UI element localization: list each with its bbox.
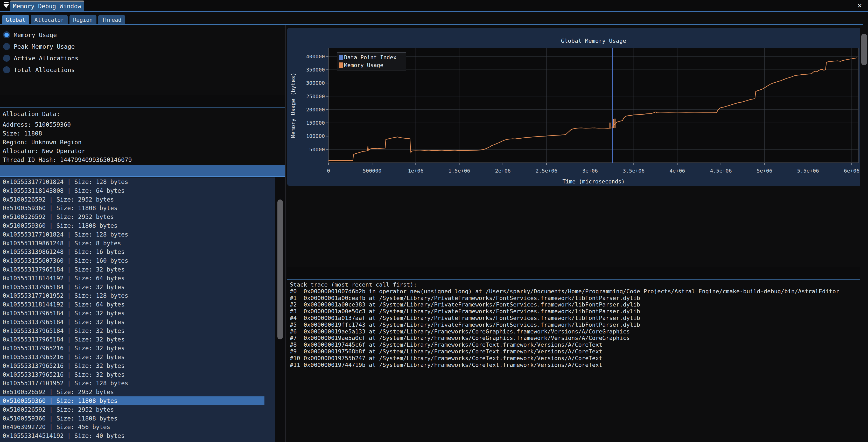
memory-spike bbox=[610, 123, 611, 128]
allocation-row[interactable]: 0x105553118143808 | Size: 64 bytes bbox=[0, 186, 265, 195]
allocation-list: 0x105553177101824 | Size: 128 bytes0x105… bbox=[0, 177, 275, 442]
stack-frame: #6 0x000000019ae5a133 at /System/Library… bbox=[290, 328, 868, 335]
window-title-label: Memory Debug Window bbox=[13, 3, 81, 9]
allocation-row[interactable]: 0x5100526592 | Size: 2952 bytes bbox=[0, 387, 265, 397]
tick-label-y: 300000 bbox=[306, 80, 325, 86]
allocation-list-header[interactable]: Allocation List Panel bbox=[0, 165, 285, 177]
radio-unselected-icon[interactable] bbox=[3, 43, 10, 50]
allocation-row[interactable]: 0x105553137965216 | Size: 32 bytes bbox=[0, 344, 265, 352]
window-titlebar[interactable]: Memory Debug Window ✕ bbox=[0, 0, 868, 11]
allocation-row[interactable]: 0x105553137965184 | Size: 32 bytes bbox=[0, 335, 265, 344]
window-title: Memory Debug Window bbox=[10, 2, 84, 11]
radio-label: Active Allocations bbox=[14, 55, 78, 62]
allocation-row[interactable]: 0x5100559360 | Size: 11808 bytes bbox=[0, 414, 265, 423]
allocation-row[interactable]: 0x105553177101824 | Size: 128 bytes bbox=[0, 177, 265, 186]
stack-frame: #10 0x000000019755b247 at /System/Librar… bbox=[290, 355, 868, 362]
tick-label-x: 5.5e+06 bbox=[797, 168, 819, 174]
radio-selected-icon[interactable] bbox=[3, 31, 10, 38]
allocation-row[interactable]: 0x105553155607360 | Size: 160 bytes bbox=[0, 256, 265, 265]
tick-label-x: 3e+06 bbox=[582, 168, 598, 174]
chart-title: Global Memory Usage bbox=[561, 38, 626, 44]
allocation-list-scrollbar[interactable] bbox=[275, 177, 285, 442]
radio-unselected-icon[interactable] bbox=[3, 55, 10, 62]
tab-global[interactable]: Global bbox=[2, 15, 29, 25]
tick-label-x: 0 bbox=[327, 168, 330, 174]
tick-label-x: 4.5e+06 bbox=[710, 168, 732, 174]
allocation-row-selected[interactable]: 0x5100559360 | Size: 11808 bytes bbox=[0, 397, 265, 405]
tick-label-x: 2.5e+06 bbox=[536, 168, 557, 174]
tick-label-y: 200000 bbox=[306, 106, 325, 113]
titlebar-separator bbox=[0, 11, 868, 12]
tick-label-x: 6e+06 bbox=[844, 168, 860, 174]
legend-label: Memory Usage bbox=[344, 62, 383, 68]
stack-frame: #9 0x0000000197568b8f at /System/Library… bbox=[290, 348, 868, 355]
window-scrollbar-thumb[interactable] bbox=[861, 34, 867, 65]
collapse-triangle-icon bbox=[3, 4, 9, 8]
tab-allocator[interactable]: Allocator bbox=[31, 15, 68, 25]
allocation-row[interactable]: 0x5100526592 | Size: 2952 bytes bbox=[0, 405, 265, 414]
stack-frame: #3 0x00000001a00e50c3 at /System/Library… bbox=[290, 308, 868, 315]
allocation-row[interactable]: 0x105553137965184 | Size: 32 bytes bbox=[0, 318, 265, 327]
allocation-row[interactable]: 0x105553137965216 | Size: 32 bytes bbox=[0, 370, 265, 379]
panel-separator bbox=[285, 25, 286, 442]
allocation-row[interactable]: 0x105553139861248 | Size: 8 bytes bbox=[0, 239, 265, 248]
allocation-row[interactable]: 0x105553137965216 | Size: 32 bytes bbox=[0, 352, 265, 362]
close-icon[interactable]: ✕ bbox=[855, 1, 864, 10]
radio-active-allocations[interactable]: Active Allocations bbox=[3, 52, 78, 64]
allocation-row[interactable]: 0x105553137965184 | Size: 32 bytes bbox=[0, 309, 265, 318]
stack-frame: #2 0x00000001a00ce383 at /System/Library… bbox=[290, 301, 868, 308]
y-axis-label: Memory Usage (bytes) bbox=[290, 72, 296, 138]
section-separator bbox=[0, 176, 285, 177]
allocation-row[interactable]: 0x105553137965184 | Size: 32 bytes bbox=[0, 327, 265, 335]
allocation-row[interactable]: 0x105553137965184 | Size: 32 bytes bbox=[0, 283, 265, 292]
allocation-row[interactable]: 0x105553177101824 | Size: 128 bytes bbox=[0, 230, 265, 239]
stacktrace-block: Stack trace (most recent call first):#0 … bbox=[290, 281, 868, 375]
tick-label-x: 4e+06 bbox=[670, 168, 685, 174]
radio-memory-usage[interactable]: Memory Usage bbox=[3, 29, 78, 41]
section-separator bbox=[287, 279, 868, 279]
allocation-row[interactable]: 0x5100559360 | Size: 11808 bytes bbox=[0, 221, 265, 230]
stack-frame: #0 0x00000001007d6b2b in operator new(un… bbox=[290, 288, 868, 295]
legend-swatch-memory-usage bbox=[339, 62, 343, 68]
stacktrace-intro: Stack trace (most recent call first): bbox=[290, 281, 868, 288]
allocation-row[interactable]: 0x5100526592 | Size: 2952 bytes bbox=[0, 195, 265, 204]
collapse-bar-icon bbox=[4, 2, 8, 3]
metric-options-group: Memory UsagePeak Memory UsageActive Allo… bbox=[3, 29, 78, 76]
chart-canvas[interactable]: Global Memory Usage500001000001500002000… bbox=[287, 28, 864, 186]
info-line: Allocator: New Operator bbox=[3, 148, 85, 155]
allocation-row[interactable]: 0x105553177101952 | Size: 128 bytes bbox=[0, 379, 265, 387]
tick-label-y: 400000 bbox=[306, 54, 325, 60]
allocation-row[interactable]: 0x105553139861248 | Size: 16 bytes bbox=[0, 247, 265, 256]
allocation-row[interactable]: 0x105553118144192 | Size: 64 bytes bbox=[0, 300, 265, 309]
tab-region[interactable]: Region bbox=[69, 15, 96, 25]
allocation-row[interactable]: 0x105553177101952 | Size: 128 bytes bbox=[0, 291, 265, 300]
allocation-stacktrace-header[interactable]: Allocation Stacktrace bbox=[287, 267, 868, 279]
plot-area[interactable] bbox=[329, 48, 859, 163]
tab-underline bbox=[0, 24, 863, 25]
radio-unselected-icon[interactable] bbox=[3, 66, 10, 73]
tick-label-y: 150000 bbox=[306, 120, 325, 126]
window-collapse-arrow-icon[interactable] bbox=[2, 1, 11, 9]
tick-label-x: 1.5e+06 bbox=[448, 168, 470, 174]
radio-peak-memory-usage[interactable]: Peak Memory Usage bbox=[3, 41, 78, 52]
tick-label-y: 100000 bbox=[306, 133, 325, 139]
data-point-info-header[interactable]: Data Point Info bbox=[0, 95, 285, 107]
allocation-row[interactable]: 0x105553137965184 | Size: 32 bytes bbox=[0, 265, 265, 274]
radio-label: Peak Memory Usage bbox=[14, 43, 75, 50]
tab-thread[interactable]: Thread bbox=[98, 15, 125, 25]
allocation-row[interactable]: 0x5100526592 | Size: 2952 bytes bbox=[0, 212, 265, 221]
allocation-row[interactable]: 0x4963992720 | Size: 456 bytes bbox=[0, 422, 265, 431]
global-memory-usage-chart[interactable]: Global Memory Usage500001000001500002000… bbox=[287, 28, 864, 186]
radio-total-allocations[interactable]: Total Allocations bbox=[3, 64, 78, 76]
tick-label-x: 500000 bbox=[363, 168, 381, 174]
allocation-row[interactable]: 0x105553144514192 | Size: 40 bytes bbox=[0, 431, 265, 440]
allocation-row[interactable]: 0x105553107065040 | Size: 24 bytes bbox=[0, 440, 265, 442]
allocation-list-scrollbar-thumb[interactable] bbox=[277, 200, 283, 339]
allocation-row[interactable]: 0x105553137965216 | Size: 32 bytes bbox=[0, 362, 265, 370]
stack-frame: #7 0x000000019ae5a0cf at /System/Library… bbox=[290, 335, 868, 341]
tick-label-y: 50000 bbox=[309, 146, 325, 152]
allocation-row[interactable]: 0x5100559360 | Size: 11808 bytes bbox=[0, 204, 265, 212]
memory-debug-window: Memory Debug Window ✕ GlobalAllocatorReg… bbox=[0, 0, 868, 442]
window-scrollbar[interactable] bbox=[860, 25, 868, 442]
allocation-row[interactable]: 0x105553118144192 | Size: 64 bytes bbox=[0, 274, 265, 283]
